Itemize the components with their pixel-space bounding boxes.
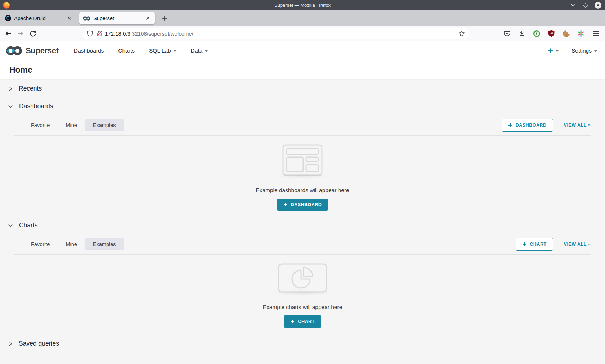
superset-navbar: Superset Dashboards Charts SQL Lab Data … [0, 41, 605, 60]
forward-button[interactable] [15, 28, 26, 39]
section-dashboards-header[interactable]: Dashboards [0, 97, 605, 115]
url-bar[interactable]: 172.18.0.3:32108/superset/welcome/ [83, 28, 469, 39]
extension-green-icon[interactable] [532, 29, 541, 38]
tab-mine[interactable]: Mine [58, 238, 85, 250]
plus-icon [548, 48, 554, 54]
settings-menu-button[interactable]: Settings [572, 47, 597, 54]
settings-label: Settings [572, 47, 592, 54]
chevron-right-icon [8, 341, 13, 346]
section-label: Saved queries [19, 340, 59, 347]
nav-item-data[interactable]: Data [191, 47, 208, 54]
placeholder-shadow [275, 173, 330, 179]
tab-examples[interactable]: Examples [85, 238, 124, 250]
superset-logo[interactable]: Superset [6, 45, 59, 56]
shield-icon [87, 30, 93, 37]
nav-label: Dashboards [74, 47, 104, 54]
chevron-down-icon [174, 50, 176, 52]
new-item-menu-button[interactable] [548, 48, 559, 54]
dashboard-placeholder-image [282, 144, 323, 176]
tab-close-icon[interactable] [66, 15, 73, 22]
bookmark-star-icon[interactable] [458, 30, 465, 37]
reload-button[interactable] [27, 28, 38, 39]
section-label: Charts [19, 222, 38, 229]
chevron-down-icon [570, 4, 575, 7]
insecure-lock-icon [96, 30, 103, 37]
window-minimize-button[interactable] [569, 2, 576, 9]
downloads-icon[interactable] [517, 29, 526, 38]
brand-name: Superset [26, 46, 59, 55]
chevron-down-icon [8, 223, 13, 228]
svg-text:uO: uO [550, 32, 553, 35]
chevron-right-icon [8, 86, 13, 91]
chevron-down-icon [594, 50, 597, 52]
browser-tab-bar: Apache Druid Superset [0, 10, 605, 26]
window-close-button[interactable] [595, 2, 601, 9]
dashboards-subheader: Favorite Mine Examples DASHBOARD VIEW AL… [14, 115, 591, 136]
tab-favorite[interactable]: Favorite [23, 119, 58, 131]
charts-view-all-link[interactable]: VIEW ALL » [564, 242, 591, 247]
browser-tab-superset[interactable]: Superset [79, 12, 155, 24]
ublock-origin-icon[interactable]: uO [547, 29, 556, 38]
chevron-down-icon [205, 50, 208, 52]
nav-item-sql-lab[interactable]: SQL Lab [149, 47, 176, 54]
extension-asterisk-icon[interactable] [577, 29, 585, 38]
window-maximize-button[interactable] [582, 2, 589, 9]
tab-title: Superset [93, 15, 141, 21]
create-dashboard-button[interactable]: DASHBOARD [277, 199, 328, 211]
toolbar-extensions: uO [503, 29, 600, 38]
nav-item-charts[interactable]: Charts [118, 47, 135, 54]
browser-tab-apache-druid[interactable]: Apache Druid [1, 12, 76, 24]
maximize-diamond-icon [583, 3, 588, 8]
tab-close-icon[interactable] [144, 15, 151, 22]
druid-favicon [5, 15, 11, 21]
create-chart-button[interactable]: CHART [284, 315, 321, 328]
tab-mine[interactable]: Mine [58, 119, 85, 131]
dashboards-view-all-link[interactable]: VIEW ALL » [564, 123, 591, 128]
pocket-icon[interactable] [503, 29, 511, 38]
nav-label: Data [191, 47, 203, 54]
back-arrow-icon [5, 30, 12, 37]
url-path: :32108/superset/welcome/ [130, 31, 193, 37]
button-label: CHART [530, 242, 546, 247]
plus-icon [522, 242, 526, 246]
nav-label: Charts [118, 47, 135, 54]
section-charts-header[interactable]: Charts [0, 217, 605, 234]
plus-icon [283, 203, 288, 207]
nav-item-dashboards[interactable]: Dashboards [74, 47, 104, 54]
tab-title: Apache Druid [14, 15, 63, 21]
cookie-extension-icon[interactable] [562, 29, 570, 38]
navbar-right: Settings [548, 47, 599, 54]
forward-arrow-icon [17, 30, 24, 37]
nav-label: SQL Lab [149, 47, 171, 54]
back-button[interactable] [3, 28, 14, 39]
charts-subheader: Favorite Mine Examples CHART VIEW ALL » [14, 234, 591, 255]
dashboards-actions: DASHBOARD VIEW ALL » [502, 119, 591, 132]
chart-placeholder-image [278, 263, 327, 293]
page-title-band: Home [0, 60, 605, 80]
plus-icon [290, 319, 295, 324]
button-label: DASHBOARD [516, 123, 547, 128]
button-label: CHART [298, 319, 314, 324]
reload-icon [30, 30, 36, 37]
charts-filter-tabs: Favorite Mine Examples [23, 238, 124, 250]
browser-toolbar: 172.18.0.3:32108/superset/welcome/ [0, 26, 605, 41]
superset-infinity-icon [6, 45, 22, 56]
dashboards-empty-state: Example dashboards will appear here DASH… [0, 136, 605, 217]
section-saved-queries-header[interactable]: Saved queries [0, 335, 605, 352]
tab-favorite[interactable]: Favorite [23, 238, 58, 250]
close-icon [596, 4, 600, 7]
plus-icon [162, 16, 167, 21]
tab-examples[interactable]: Examples [85, 119, 124, 131]
superset-favicon [83, 16, 90, 21]
page-title: Home [9, 65, 596, 75]
plus-icon [508, 123, 512, 127]
section-recents-header[interactable]: Recents [0, 80, 605, 97]
menu-hamburger-icon[interactable] [591, 29, 600, 38]
window-titlebar: Superset — Mozilla Firefox [0, 0, 605, 10]
window-controls [569, 2, 601, 9]
button-label: DASHBOARD [291, 202, 322, 207]
new-chart-button[interactable]: CHART [516, 238, 553, 251]
firefox-icon [3, 2, 10, 9]
new-dashboard-button[interactable]: DASHBOARD [502, 119, 553, 132]
new-tab-button[interactable] [159, 13, 170, 24]
